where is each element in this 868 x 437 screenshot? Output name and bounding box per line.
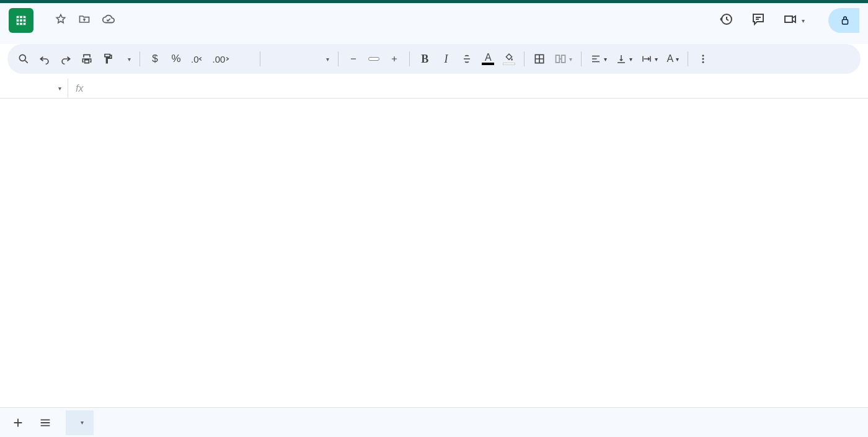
svg-point-7 [702,58,704,60]
chevron-down-icon: ▾ [58,85,61,92]
strikethrough-button[interactable] [461,53,473,65]
sheet-tab[interactable]: ▾ [66,410,94,435]
svg-rect-3 [843,20,848,25]
redo-icon[interactable] [60,53,72,65]
font-select[interactable]: ▾ [269,56,329,63]
search-icon[interactable] [17,53,30,65]
all-sheets-button[interactable] [38,416,52,430]
bold-button[interactable]: B [418,53,431,66]
history-icon[interactable] [719,12,733,29]
currency-button[interactable]: $ [149,53,161,65]
chevron-down-icon: ▾ [629,56,632,63]
fx-icon: fx [68,83,91,94]
sheets-logo[interactable] [9,8,33,33]
decrease-decimal-button[interactable]: .0 [191,54,204,64]
move-icon[interactable] [78,13,91,28]
chevron-down-icon: ▾ [326,56,329,63]
svg-point-4 [19,55,25,61]
increase-decimal-button[interactable]: .00 [213,54,231,64]
svg-point-6 [702,55,704,56]
zoom-select[interactable]: ▾ [123,56,131,63]
vertical-align-button[interactable]: ▾ [616,53,632,64]
percent-button[interactable]: % [170,53,182,65]
print-icon[interactable] [81,53,93,65]
chevron-down-icon: ▾ [569,56,572,63]
svg-rect-1 [17,16,26,25]
comments-icon[interactable] [751,12,766,29]
chevron-down-icon: ▾ [81,419,84,426]
fill-color-button[interactable] [503,53,515,65]
more-toolbar-icon[interactable] [697,53,709,64]
formula-bar[interactable] [91,79,868,98]
toolbar: ▾ $ % .0 .00 ▾ B I A ▾ ▾ ▾ ▾ A▾ [7,44,861,74]
borders-button[interactable] [533,53,546,65]
chevron-down-icon: ▾ [676,56,679,63]
italic-button[interactable]: I [440,53,452,66]
paint-format-icon[interactable] [102,53,114,65]
share-button[interactable] [828,8,859,33]
font-size-input[interactable] [368,57,379,61]
chevron-down-icon: ▾ [655,56,658,63]
chevron-down-icon: ▾ [604,56,607,63]
font-size-increase[interactable] [388,55,401,63]
rotate-button[interactable]: A▾ [666,53,679,64]
add-sheet-button[interactable] [11,416,25,430]
svg-point-8 [702,61,704,63]
meet-dropdown-icon[interactable]: ▾ [802,17,805,24]
merge-cells-button[interactable]: ▾ [554,53,572,65]
menu-bar [0,35,868,44]
text-color-button[interactable]: A [482,53,494,65]
font-size-decrease[interactable] [347,55,360,63]
wrap-button[interactable]: ▾ [641,53,658,64]
undo-icon[interactable] [38,53,51,65]
horizontal-align-button[interactable]: ▾ [590,53,607,64]
star-icon[interactable] [55,13,67,28]
meet-icon[interactable] [783,12,798,29]
cloud-saved-icon[interactable] [102,12,115,29]
name-box[interactable]: ▾ [0,79,68,98]
chevron-down-icon: ▾ [128,56,131,63]
